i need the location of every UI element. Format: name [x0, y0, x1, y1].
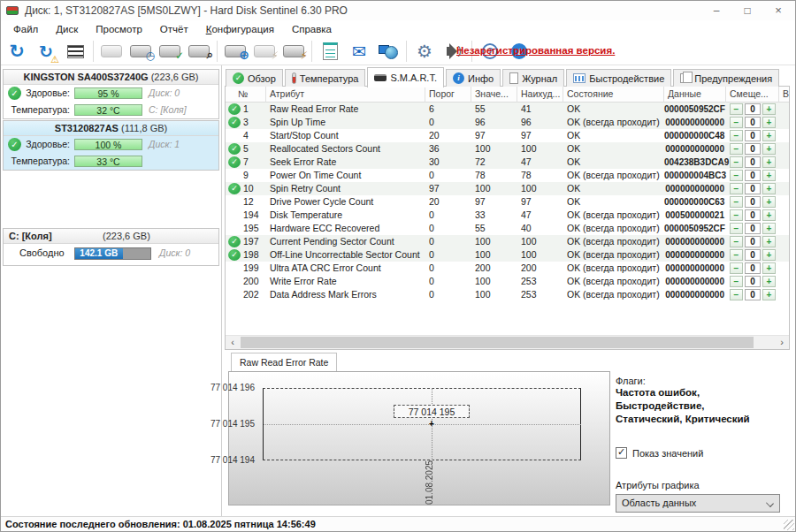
graph-attributes-select[interactable]: Область данных — [616, 494, 780, 513]
graph-tab[interactable]: Raw Read Error Rate — [231, 353, 337, 371]
table-row[interactable]: 199 Ultra ATA CRC Error Count 0 200 200 … — [226, 262, 789, 275]
scroll-right-icon[interactable]: › — [775, 336, 789, 349]
offset-increase-button[interactable]: + — [762, 130, 776, 141]
offset-increase-button[interactable]: + — [762, 156, 776, 168]
offset-increase-button[interactable]: + — [762, 236, 776, 247]
disk-number: Диск: 0 — [159, 247, 190, 258]
tab-temperature[interactable]: Температура — [285, 69, 366, 87]
network-status-icon[interactable] — [377, 40, 400, 63]
table-row[interactable]: 10 Spin Retry Count 97 100 100 OK 000000… — [226, 182, 789, 195]
offset-decrease-button[interactable]: − — [730, 209, 743, 221]
offset-decrease-button[interactable]: − — [730, 143, 743, 155]
table-row[interactable]: 202 Data Address Mark Errors 0 100 253 O… — [226, 288, 789, 301]
table-row[interactable]: 7 Seek Error Rate 30 72 47 OK 004238B3DC… — [226, 156, 789, 169]
offset-decrease-button[interactable]: − — [730, 170, 743, 181]
disk-panel-seagate[interactable]: ST3120827AS (111,8 GB) Здоровье: 100 % Д… — [3, 120, 219, 171]
table-row[interactable]: 3 Spin Up Time 0 96 96 OK (всегда проход… — [226, 116, 789, 129]
header-threshold[interactable]: Порог — [425, 87, 471, 103]
offset-decrease-button[interactable]: − — [730, 183, 743, 194]
menu-configuration[interactable]: Конфигурация — [197, 22, 283, 36]
resize-grip[interactable] — [784, 520, 794, 530]
table-row[interactable]: 1 Raw Read Error Rate 6 55 41 OK 0000050… — [226, 103, 789, 116]
table-row[interactable]: 195 Hardware ECC Recovered 0 55 40 OK (в… — [226, 222, 789, 235]
offset-increase-button[interactable]: + — [762, 143, 776, 155]
table-row[interactable]: 200 Write Error Rate 0 100 253 OK (всегд… — [226, 275, 789, 288]
email-icon[interactable] — [348, 40, 371, 63]
scroll-left-icon[interactable]: ‹ — [226, 336, 240, 349]
disk-panel-kingston[interactable]: KINGSTON SA400S37240G (223,6 GB) Здоровь… — [3, 69, 219, 119]
disk-schedule-icon[interactable] — [129, 40, 152, 63]
offset-decrease-button[interactable]: − — [730, 117, 743, 128]
tab-log[interactable]: Журнал — [502, 69, 564, 87]
header-value[interactable]: Значе... — [471, 87, 517, 103]
offset-increase-button[interactable]: + — [762, 289, 776, 300]
partition-panel[interactable]: C: [Коля] (223,6 GB) Свободно 142.1 GB Д… — [3, 228, 219, 266]
offset-decrease-button[interactable]: − — [730, 130, 743, 141]
header-worst[interactable]: Наихуд... — [517, 87, 563, 103]
unregistered-version-link[interactable]: Незарегистрированная версия. — [456, 45, 615, 56]
offset-increase-button[interactable]: + — [762, 170, 776, 181]
offset-increase-button[interactable]: + — [762, 223, 776, 234]
tab-overview[interactable]: Обзор — [226, 69, 283, 87]
header-offset[interactable]: Смеще... — [726, 87, 779, 103]
attribute-id: 198 — [243, 248, 266, 262]
disk-search-icon[interactable] — [188, 40, 210, 63]
close-button[interactable]: × — [763, 1, 793, 20]
attribute-name: Power On Time Count — [270, 169, 427, 182]
menu-help[interactable]: Справка — [283, 22, 341, 36]
attribute-value: 55 — [475, 222, 517, 235]
offset-decrease-button[interactable]: − — [730, 236, 743, 247]
offset-increase-button[interactable]: + — [762, 276, 776, 287]
offset-decrease-button[interactable]: − — [730, 249, 743, 261]
tab-warnings[interactable]: Предупреждения — [673, 69, 779, 87]
offset-increase-button[interactable]: + — [762, 103, 776, 115]
disk-offline-icon[interactable] — [100, 40, 123, 63]
disk-plug-icon[interactable] — [282, 40, 305, 63]
table-row[interactable]: 4 Start/Stop Count 20 97 97 OK 000000000… — [226, 129, 789, 142]
refresh-warning-icon[interactable] — [34, 40, 57, 63]
header-status[interactable]: Состояние — [563, 87, 664, 103]
show-values-checkbox[interactable] — [616, 447, 627, 459]
menu-disk[interactable]: Диск — [47, 22, 87, 36]
maximize-button[interactable]: □ — [732, 1, 762, 20]
tab-smart[interactable]: S.M.A.R.T. — [367, 67, 444, 87]
offset-increase-button[interactable]: + — [762, 183, 776, 194]
report-notepad-icon[interactable] — [318, 40, 341, 63]
offset-decrease-button[interactable]: − — [730, 103, 743, 115]
report-details-icon[interactable] — [64, 40, 87, 63]
table-row[interactable]: 12 Drive Power Cycle Count 20 97 97 OK 0… — [226, 195, 789, 209]
table-row[interactable]: 9 Power On Time Count 0 78 78 OK (всегда… — [226, 169, 789, 182]
menu-view[interactable]: Просмотр — [87, 22, 151, 36]
offset-decrease-button[interactable]: − — [730, 276, 743, 287]
menu-report[interactable]: Отчёт — [151, 22, 197, 36]
offset-decrease-button[interactable]: − — [730, 196, 743, 208]
offset-increase-button[interactable]: + — [762, 209, 776, 221]
menu-file[interactable]: Файл — [4, 22, 47, 36]
offset-decrease-button[interactable]: − — [730, 156, 743, 168]
header-data[interactable]: Данные — [664, 87, 726, 103]
header-attribute[interactable]: Атрибут — [266, 87, 425, 103]
table-row[interactable]: 5 Reallocated Sectors Count 36 100 100 O… — [226, 142, 789, 156]
horizontal-scrollbar[interactable]: ‹ › — [226, 335, 789, 349]
tab-info[interactable]: Инфо — [446, 69, 501, 87]
scrollbar-thumb[interactable] — [241, 337, 754, 348]
offset-increase-button[interactable]: + — [762, 117, 776, 128]
disk-network-icon[interactable] — [224, 40, 247, 63]
header-enabled[interactable]: Вк — [779, 87, 790, 103]
offset-decrease-button[interactable]: − — [730, 223, 743, 234]
offset-increase-button[interactable]: + — [762, 249, 776, 261]
table-row[interactable]: 197 Current Pending Sector Count 0 100 1… — [226, 235, 789, 248]
offset-decrease-button[interactable]: − — [730, 289, 743, 300]
disk-plug-disabled-icon[interactable] — [253, 40, 276, 63]
offset-increase-button[interactable]: + — [762, 262, 776, 274]
refresh-icon[interactable] — [5, 40, 28, 63]
table-row[interactable]: 194 Disk Temperature 0 33 47 OK (всегда … — [226, 209, 789, 222]
offset-decrease-button[interactable]: − — [730, 262, 743, 274]
settings-gear-icon[interactable] — [413, 40, 436, 63]
offset-increase-button[interactable]: + — [762, 196, 776, 208]
tab-performance[interactable]: Быстродействие — [566, 69, 671, 87]
header-number[interactable]: № — [226, 87, 266, 103]
table-row[interactable]: 198 Off-Line Uncorrectable Sector Count … — [226, 248, 789, 262]
minimize-button[interactable]: – — [701, 1, 731, 20]
disk-test-ok-icon[interactable] — [158, 40, 181, 63]
